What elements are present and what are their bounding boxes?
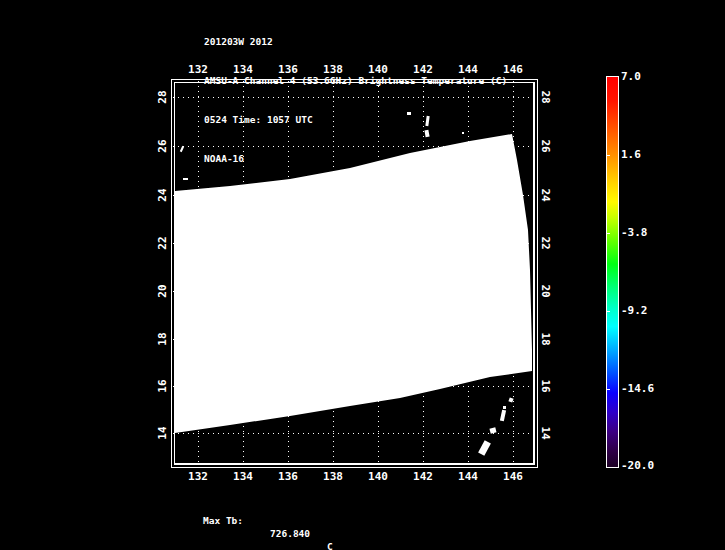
x-tick-bottom: 134 xyxy=(226,470,260,483)
x-tick-bottom: 138 xyxy=(316,470,350,483)
colorbar-gradient xyxy=(607,77,618,467)
y-tick-right: 26 xyxy=(539,139,552,152)
colorbar-tick xyxy=(607,233,610,234)
x-tick-top: 138 xyxy=(316,63,350,76)
max-tb-value: 726.840 xyxy=(270,527,310,540)
x-tick-top: 142 xyxy=(406,63,440,76)
y-tick-right: 22 xyxy=(539,236,552,249)
x-tick-bottom: 144 xyxy=(451,470,485,483)
x-tick-top: 144 xyxy=(451,63,485,76)
colorbar xyxy=(606,76,619,468)
y-tick-left: 20 xyxy=(156,284,169,297)
y-tick-left: 16 xyxy=(156,379,169,392)
y-tick-right: 28 xyxy=(539,90,552,103)
y-tick-left: 28 xyxy=(156,90,169,103)
x-tick-bottom: 136 xyxy=(271,470,305,483)
colorbar-label: 7.0 xyxy=(621,71,641,83)
x-tick-bottom: 146 xyxy=(496,470,530,483)
colorbar-tick xyxy=(607,311,610,312)
y-tick-right: 14 xyxy=(539,426,552,439)
colorbar-label: -20.0 xyxy=(621,460,654,472)
y-tick-right: 18 xyxy=(539,332,552,345)
x-tick-top: 132 xyxy=(181,63,215,76)
x-tick-bottom: 142 xyxy=(406,470,440,483)
colorbar-tick xyxy=(607,155,610,156)
x-tick-bottom: 132 xyxy=(181,470,215,483)
colorbar-label: -9.2 xyxy=(621,305,648,317)
y-tick-left: 22 xyxy=(156,236,169,249)
y-tick-left: 24 xyxy=(156,188,169,201)
y-tick-left: 14 xyxy=(156,426,169,439)
x-tick-top: 140 xyxy=(361,63,395,76)
plot-window: 201203W 2012 AMSU-A Channel 4 (53.6GHz) … xyxy=(0,0,725,550)
plot-inner-frame xyxy=(174,82,535,465)
y-tick-left: 26 xyxy=(156,139,169,152)
y-tick-right: 20 xyxy=(539,284,552,297)
max-tb-label: Max Tb: xyxy=(203,514,243,527)
x-tick-bottom: 140 xyxy=(361,470,395,483)
colorbar-tick xyxy=(607,389,610,390)
max-tb-unit: C xyxy=(327,540,333,550)
storm-id-line: 201203W 2012 xyxy=(204,35,507,48)
y-tick-right: 16 xyxy=(539,379,552,392)
y-tick-right: 24 xyxy=(539,188,552,201)
map-plot-frame xyxy=(171,79,538,468)
colorbar-label: -3.8 xyxy=(621,227,648,239)
x-tick-top: 146 xyxy=(496,63,530,76)
colorbar-label: -14.6 xyxy=(621,383,654,395)
x-tick-top: 136 xyxy=(271,63,305,76)
y-tick-left: 18 xyxy=(156,332,169,345)
footer-stats: Max Tb: 726.840 C Contour Interval = 1C xyxy=(0,501,725,550)
colorbar-label: 1.6 xyxy=(621,149,641,161)
x-tick-top: 134 xyxy=(226,63,260,76)
